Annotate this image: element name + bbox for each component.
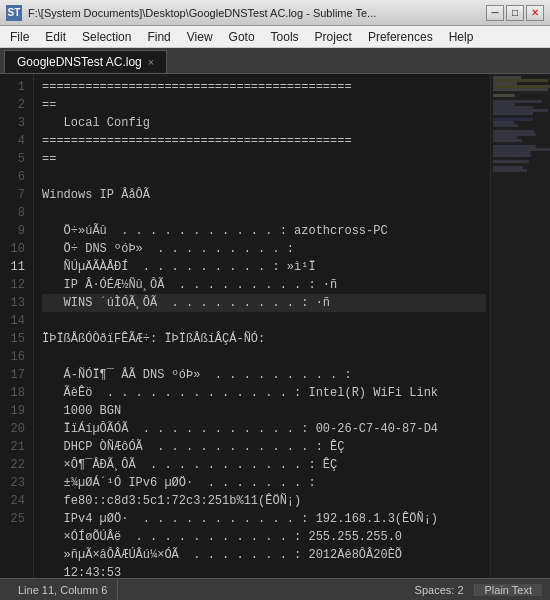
line-number: 4	[8, 132, 25, 150]
code-line	[42, 348, 486, 366]
menu-item-find[interactable]: Find	[139, 28, 178, 46]
code-line: ÃèÊö . . . . . . . . . . . . . : Intel(R…	[42, 384, 486, 402]
line-number: 22	[8, 456, 25, 474]
line-number: 9	[8, 222, 25, 240]
code-line: IP Â·ÓÉÆ½Ñû¸ÔÃ . . . . . . . . . : ·ñ	[42, 276, 486, 294]
menu-item-file[interactable]: File	[2, 28, 37, 46]
line-numbers: 1234567891011121314151617181920212223242…	[0, 74, 34, 578]
line-number: 7	[8, 186, 25, 204]
code-line: Á-ÑÓÏ¶¯ ÅÃ DNS ºóÞ» . . . . . . . . . :	[42, 366, 486, 384]
code-line: IPv4 µØÖ· . . . . . . . . . . . : 192.16…	[42, 510, 486, 528]
menu-item-tools[interactable]: Tools	[263, 28, 307, 46]
line-number: 19	[8, 402, 25, 420]
menu-item-help[interactable]: Help	[441, 28, 482, 46]
menu-bar: FileEditSelectionFindViewGotoToolsProjec…	[0, 26, 550, 48]
code-line: ÏïÁíµÔÃÓÃ . . . . . . . . . . . : 00-26-…	[42, 420, 486, 438]
code-line: ×ÓÍøÕÚÂë . . . . . . . . . . . : 255.255…	[42, 528, 486, 546]
menu-item-edit[interactable]: Edit	[37, 28, 74, 46]
line-number: 23	[8, 474, 25, 492]
status-bar: Line 11, Column 6 Spaces: 2 Plain Text	[0, 578, 550, 600]
code-content[interactable]: ========================================…	[34, 74, 490, 578]
code-line: Windows IP ÅåÔÃ	[42, 186, 486, 204]
tab-label: GoogleDNSTest AC.log	[17, 55, 142, 69]
window-controls: ─ □ ✕	[486, 5, 544, 21]
line-number: 17	[8, 366, 25, 384]
code-line: Ö÷»úÃû . . . . . . . . . . . : azothcros…	[42, 222, 486, 240]
minimap-line	[493, 169, 527, 172]
code-line: ÑÚµÄÃÀÅÐÍ . . . . . . . . . : »ì¹Ï	[42, 258, 486, 276]
tab-bar: GoogleDNSTest AC.log ×	[0, 48, 550, 74]
code-line: ±¾µØÁ´¹Ó IPv6 µØÖ· . . . . . . . :	[42, 474, 486, 492]
menu-item-goto[interactable]: Goto	[221, 28, 263, 46]
editor-container: 1234567891011121314151617181920212223242…	[0, 74, 550, 578]
line-number: 20	[8, 420, 25, 438]
code-line: 1000 BGN	[42, 402, 486, 420]
line-number: 2	[8, 96, 25, 114]
line-number: 5	[8, 150, 25, 168]
code-line: Ö÷ DNS ºóÞ» . . . . . . . . . :	[42, 240, 486, 258]
line-number: 8	[8, 204, 25, 222]
line-number: 15	[8, 330, 25, 348]
line-number: 3	[8, 114, 25, 132]
code-line: »ñµÃ×âÔÂÆÚÂú¼×ÓÃ . . . . . . . : 2012Äê8…	[42, 546, 486, 564]
close-button[interactable]: ✕	[526, 5, 544, 21]
line-number: 25	[8, 510, 25, 528]
minimap	[490, 74, 550, 578]
line-number: 6	[8, 168, 25, 186]
line-number: 24	[8, 492, 25, 510]
code-line: 12:43:53	[42, 564, 486, 578]
code-line: DHCP ÒÑÆôÓÃ . . . . . . . . . . . : ÊÇ	[42, 438, 486, 456]
line-number: 13	[8, 294, 25, 312]
line-number: 11	[8, 258, 25, 276]
spaces-indicator[interactable]: Spaces: 2	[405, 584, 475, 596]
menu-item-project[interactable]: Project	[307, 28, 360, 46]
code-line: ×Ô¶¯ÅÐÃ¸ÔÃ . . . . . . . . . . . : ÊÇ	[42, 456, 486, 474]
code-line	[42, 312, 486, 330]
menu-item-view[interactable]: View	[179, 28, 221, 46]
code-line: ========================================…	[42, 78, 486, 96]
code-line: ========================================…	[42, 132, 486, 150]
cursor-position: Line 11, Column 6	[8, 579, 118, 600]
code-line: ==	[42, 150, 486, 168]
app-icon: ST	[6, 5, 22, 21]
code-line: ÏÞÏßÅßÓÒðïFÊÃÆ÷: ÏÞÏßÅßíÂÇÁ-ÑÓ:	[42, 330, 486, 348]
line-number: 18	[8, 384, 25, 402]
code-line	[42, 168, 486, 186]
line-number: 14	[8, 312, 25, 330]
menu-item-selection[interactable]: Selection	[74, 28, 139, 46]
tab-file[interactable]: GoogleDNSTest AC.log ×	[4, 50, 167, 73]
code-line	[42, 204, 486, 222]
minimap-content	[491, 74, 550, 578]
title-bar: ST F:\[System Documents]\Desktop\GoogleD…	[0, 0, 550, 26]
syntax-indicator[interactable]: Plain Text	[475, 584, 543, 596]
code-line: Local Config	[42, 114, 486, 132]
maximize-button[interactable]: □	[506, 5, 524, 21]
status-right: Spaces: 2 Plain Text	[405, 584, 542, 596]
window-title: F:\[System Documents]\Desktop\GoogleDNST…	[28, 7, 486, 19]
code-line: fe80::c8d3:5c1:72c3:251b%11(ÊÖÑ¡)	[42, 492, 486, 510]
line-number: 21	[8, 438, 25, 456]
line-number: 12	[8, 276, 25, 294]
line-number: 1	[8, 78, 25, 96]
menu-item-preferences[interactable]: Preferences	[360, 28, 441, 46]
minimize-button[interactable]: ─	[486, 5, 504, 21]
code-line: WINS ´úÌÓÃ¸ÔÃ . . . . . . . . . : ·ñ	[42, 294, 486, 312]
code-line: ==	[42, 96, 486, 114]
tab-close-button[interactable]: ×	[148, 56, 154, 68]
line-number: 16	[8, 348, 25, 366]
line-number: 10	[8, 240, 25, 258]
